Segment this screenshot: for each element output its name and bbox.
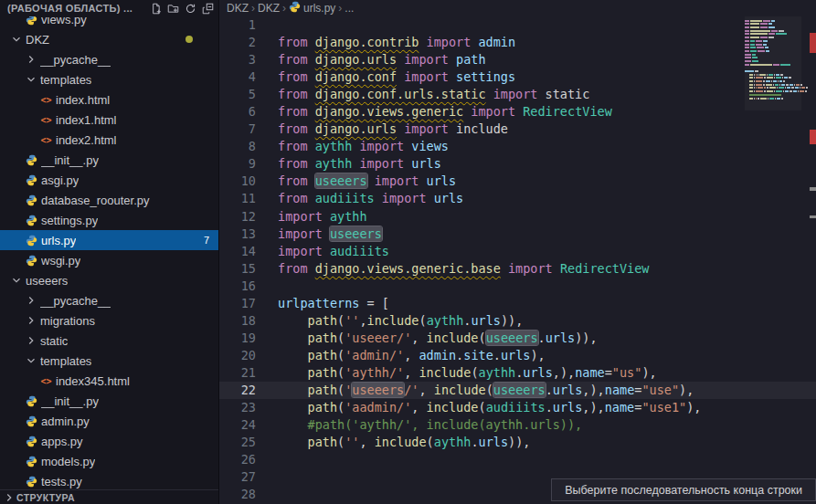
- sidebar-item-admin-py[interactable]: admin.py: [0, 411, 218, 431]
- new-folder-icon[interactable]: [164, 1, 182, 16]
- code-line[interactable]: 24 #path('aythh/', include(aythh.urls)),: [219, 416, 816, 434]
- code-line[interactable]: 18 path('',include(aythh.urls)),: [219, 312, 816, 330]
- line-number[interactable]: 1: [219, 16, 256, 34]
- line-number[interactable]: 24: [219, 416, 256, 434]
- line-number[interactable]: 25: [219, 434, 256, 451]
- line-number[interactable]: 6: [219, 103, 256, 121]
- breadcrumb-item[interactable]: DKZ: [227, 2, 249, 15]
- sidebar-item-models-py[interactable]: models.py: [0, 451, 218, 471]
- code-line[interactable]: 21 path('aythh/', include(aythh.urls,),n…: [219, 364, 816, 382]
- sidebar-item-index-html[interactable]: <>index.html: [0, 89, 218, 110]
- code-line[interactable]: 5from django.conf.urls.static import sta…: [219, 86, 816, 103]
- minimap[interactable]: [745, 16, 801, 110]
- sidebar-item-database-roouter-py[interactable]: database_roouter.py: [0, 190, 218, 210]
- line-number[interactable]: 27: [219, 468, 256, 486]
- chevron-right-icon: [24, 333, 38, 348]
- sidebar-item-static[interactable]: static: [0, 331, 218, 351]
- code-line[interactable]: 8from aythh import views: [219, 138, 816, 155]
- line-number[interactable]: 5: [219, 86, 256, 103]
- minimap-line: [745, 57, 801, 58]
- outline-section-header[interactable]: СТРУКТУРА: [0, 489, 218, 504]
- sidebar-item-migrations[interactable]: migrations: [0, 310, 218, 331]
- breadcrumb-item[interactable]: DKZ: [258, 2, 280, 15]
- line-number[interactable]: 22: [219, 382, 256, 399]
- sidebar-item-dkz[interactable]: DKZ: [0, 29, 218, 49]
- sidebar-item-asgi-py[interactable]: asgi.py: [0, 170, 218, 190]
- sidebar-item-settings-py[interactable]: settings.py: [0, 210, 218, 230]
- code-area[interactable]: 12from django.contrib import admin3from …: [219, 16, 816, 503]
- line-number[interactable]: 20: [219, 347, 256, 364]
- code-line[interactable]: 26: [219, 451, 816, 468]
- code-line[interactable]: 17urlpatterns = [: [219, 295, 816, 312]
- code-line[interactable]: 25 path('', include(aythh.urls)),: [219, 434, 816, 451]
- code-line[interactable]: 11from audiiits import urls: [219, 190, 816, 207]
- line-number[interactable]: 26: [219, 451, 256, 468]
- code-line[interactable]: 20 path('admin/', admin.site.urls),: [219, 347, 816, 364]
- code-line[interactable]: 14import audiiits: [219, 243, 816, 260]
- py-file-icon: [24, 193, 39, 207]
- code-line[interactable]: 9from aythh import urls: [219, 155, 816, 173]
- line-number[interactable]: 13: [219, 226, 256, 243]
- line-number[interactable]: 17: [219, 295, 256, 312]
- minimap-line: [745, 60, 801, 62]
- code-line[interactable]: 7from django.urls import include: [219, 121, 816, 138]
- line-number[interactable]: 18: [219, 312, 256, 330]
- scrollbar[interactable]: [803, 0, 816, 504]
- sidebar-item-apps-py[interactable]: apps.py: [0, 431, 218, 451]
- code-line[interactable]: 16: [219, 278, 816, 295]
- line-number[interactable]: 12: [219, 208, 256, 226]
- code-line[interactable]: 13import useeers: [219, 226, 816, 243]
- line-number[interactable]: 10: [219, 173, 256, 190]
- code-line[interactable]: 19 path('useeer/', include(useeers.urls)…: [219, 330, 816, 347]
- outline-label: СТРУКТУРА: [16, 492, 75, 503]
- code-line[interactable]: 2from django.contrib import admin: [219, 34, 816, 51]
- sidebar-item-urls-py[interactable]: urls.py7: [0, 230, 218, 250]
- line-number[interactable]: 3: [219, 51, 256, 68]
- code-line[interactable]: 6from django.views.generic import Redire…: [219, 103, 816, 121]
- collapse-all-icon[interactable]: [199, 1, 217, 16]
- code-line[interactable]: 4from django.conf import settings: [219, 68, 816, 86]
- sidebar-item-init-py[interactable]: __init__.py: [0, 150, 218, 170]
- code-line[interactable]: 22 path('useeers/', include(useeers.urls…: [219, 382, 816, 399]
- line-number[interactable]: 23: [219, 399, 256, 416]
- code-line[interactable]: 12import aythh: [219, 208, 816, 226]
- line-number[interactable]: 7: [219, 121, 256, 138]
- line-number[interactable]: 8: [219, 138, 256, 155]
- line-number[interactable]: 15: [219, 260, 256, 278]
- refresh-icon[interactable]: [182, 1, 199, 16]
- sidebar-item-useeers[interactable]: useeers: [0, 270, 218, 290]
- line-number[interactable]: 28: [219, 486, 256, 503]
- code-line[interactable]: 23 path('aadmin/', include(audiiits.urls…: [219, 399, 816, 416]
- code-line[interactable]: 10from useeers import urls: [219, 173, 816, 190]
- sidebar-item-tests-py[interactable]: tests.py: [0, 471, 218, 491]
- modified-dot: [185, 36, 193, 43]
- line-number[interactable]: 16: [219, 278, 256, 295]
- sidebar-item-templates[interactable]: templates: [0, 351, 218, 371]
- breadcrumb-item[interactable]: ...: [344, 2, 354, 15]
- sidebar-item-index2-html[interactable]: <>index2.html: [0, 130, 218, 150]
- sidebar-item-wsgi-py[interactable]: wsgi.py: [0, 250, 218, 270]
- file-label: index2.html: [56, 133, 116, 147]
- line-number[interactable]: 4: [219, 68, 256, 86]
- new-file-icon[interactable]: [147, 1, 164, 16]
- sidebar-item-templates[interactable]: templates: [0, 69, 218, 89]
- sidebar-item-pycache[interactable]: __pycache__: [0, 290, 218, 310]
- line-number[interactable]: 2: [219, 34, 256, 51]
- line-number[interactable]: 9: [219, 155, 256, 173]
- line-number[interactable]: 11: [219, 190, 256, 207]
- sidebar-item-init-py[interactable]: __init__.py: [0, 391, 218, 411]
- line-number[interactable]: 14: [219, 243, 256, 260]
- line-number[interactable]: 21: [219, 364, 256, 382]
- code-line[interactable]: 1: [219, 16, 816, 34]
- code-text: from django.views.generic import Redirec…: [256, 103, 612, 121]
- minimap-line: [745, 80, 801, 82]
- line-number[interactable]: 19: [219, 330, 256, 347]
- code-line[interactable]: 3from django.urls import path: [219, 51, 816, 68]
- code-text: [256, 451, 278, 468]
- sidebar-item-pycache[interactable]: __pycache__: [0, 49, 218, 69]
- breadcrumb-item[interactable]: urls.py: [289, 1, 335, 16]
- sidebar-item-index1-html[interactable]: <>index1.html: [0, 110, 218, 130]
- file-label: useeers: [26, 274, 68, 288]
- sidebar-item-index345-html[interactable]: <>index345.html: [0, 371, 218, 391]
- code-line[interactable]: 15from django.views.generic.base import …: [219, 260, 816, 278]
